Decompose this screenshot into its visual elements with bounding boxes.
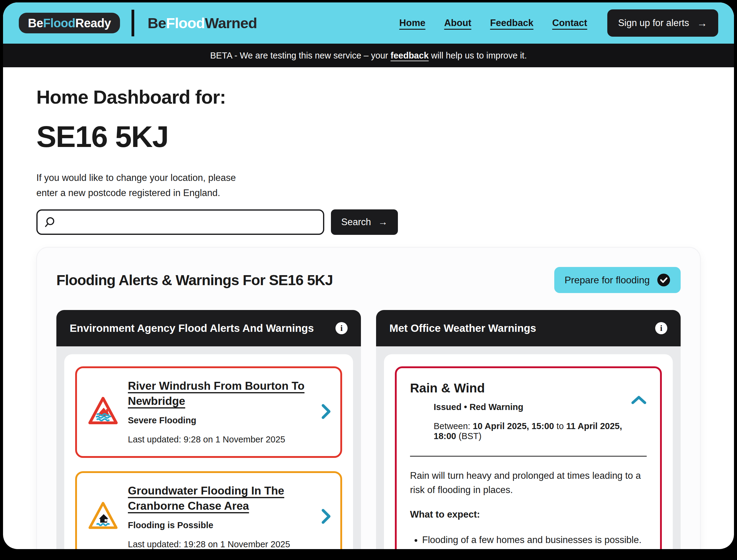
nav-link-home[interactable]: Home: [399, 18, 425, 28]
met-warning-container: Rain & Wind Issued • Red Warning Between…: [384, 354, 673, 549]
flood-alert-icon: [87, 501, 119, 532]
met-panel-header: Met Office Weather Warnings i: [376, 310, 681, 346]
environment-agency-panel: Environment Agency Flood Alerts And Warn…: [56, 310, 361, 549]
section-header: Flooding Alerts & Warnings For SE16 5KJ …: [56, 267, 681, 293]
check-circle-icon: [657, 273, 670, 287]
met-office-panel: Met Office Weather Warnings i Rain & Win…: [376, 310, 681, 549]
alert-title-link[interactable]: Groundwater Flooding In The Cranborne Ch…: [128, 483, 310, 514]
logo-title-warned: Warned: [205, 15, 257, 31]
page-title: Home Dashboard for:: [36, 86, 701, 108]
info-icon[interactable]: i: [335, 322, 348, 334]
logo-badge-be: Be: [28, 16, 43, 30]
met-warning-summary: Rain will turn heavy and prolonged at ti…: [410, 469, 647, 497]
beta-prefix: BETA - We are testing this new service –…: [210, 51, 391, 60]
befloodwarned-logo: BeFloodWarned: [148, 16, 257, 31]
met-warning-card: Rain & Wind Issued • Red Warning Between…: [395, 366, 662, 549]
alert-updated: Last updated: 19:28 on 1 November 2025: [128, 539, 310, 549]
beta-text: BETA - We are testing this new service –…: [210, 51, 527, 61]
alert-updated: Last updated: 9:28 on 1 November 2025: [128, 435, 310, 445]
alert-severity: Severe Flooding: [128, 415, 310, 425]
page: BeFloodReady BeFloodWarned Home About Fe…: [3, 2, 734, 549]
befloodready-logo: BeFloodReady: [19, 13, 120, 33]
beta-suffix: will help us to improve it.: [429, 51, 527, 60]
signup-for-alerts-button[interactable]: Sign up for alerts →: [607, 9, 718, 37]
beta-feedback-link[interactable]: feedback: [391, 51, 429, 60]
met-warning-title: Rain & Wind: [410, 381, 647, 395]
panels-row: Environment Agency Flood Alerts And Warn…: [56, 310, 681, 549]
alert-title-link[interactable]: River Windrush From Bourton To Newbridge: [128, 378, 310, 409]
nav-link-feedback[interactable]: Feedback: [490, 18, 533, 28]
nav-link-contact[interactable]: Contact: [552, 18, 587, 28]
met-panel-title: Met Office Weather Warnings: [389, 322, 536, 334]
divider: [410, 456, 647, 457]
info-icon[interactable]: i: [655, 322, 667, 334]
ea-panel-title: Environment Agency Flood Alerts And Warn…: [70, 322, 314, 334]
postcode-search-input[interactable]: [60, 213, 317, 232]
alert-severity: Flooding is Possible: [128, 520, 310, 530]
logo-badge-flood: Flood: [43, 16, 75, 30]
alert-content: Groundwater Flooding In The Cranborne Ch…: [128, 483, 310, 549]
between-timezone: (BST): [456, 431, 482, 441]
change-location-description: If you would like to change your locatio…: [36, 170, 258, 200]
search-icon: [44, 216, 56, 228]
list-item: Flooding of a few homes and businesses i…: [422, 533, 647, 547]
logo-title-be: Be: [148, 15, 166, 31]
between-from: 10 April 2025, 15:00: [473, 421, 554, 431]
search-button[interactable]: Search →: [331, 209, 398, 235]
beta-banner: BETA - We are testing this new service –…: [3, 44, 734, 67]
chevron-up-icon[interactable]: [630, 395, 647, 405]
prepare-button-label: Prepare for flooding: [565, 275, 650, 286]
met-warning-between: Between: 10 April 2025, 15:00 to 11 Apri…: [434, 421, 647, 441]
logo-title-flood: Flood: [166, 15, 205, 31]
chevron-right-icon: [321, 403, 331, 420]
ea-panel-header: Environment Agency Flood Alerts And Warn…: [56, 310, 361, 346]
flood-alert-card-severe[interactable]: River Windrush From Bourton To Newbridge…: [75, 366, 342, 458]
logo-badge-ready: Ready: [75, 16, 111, 30]
nav-link-about[interactable]: About: [444, 18, 472, 28]
section-title: Flooding Alerts & Warnings For SE16 5KJ: [56, 272, 333, 288]
ea-panel-body: River Windrush From Bourton To Newbridge…: [56, 346, 361, 549]
site-header: BeFloodReady BeFloodWarned Home About Fe…: [3, 2, 734, 44]
prepare-for-flooding-button[interactable]: Prepare for flooding: [554, 267, 681, 293]
postcode-search-row: Search →: [36, 209, 701, 235]
search-button-label: Search: [341, 217, 371, 228]
arrow-right-icon: →: [378, 217, 388, 228]
arrow-right-icon: →: [697, 18, 707, 28]
what-to-expect-heading: What to expect:: [410, 509, 647, 520]
alert-content: River Windrush From Bourton To Newbridge…: [128, 378, 310, 445]
postcode-heading: SE16 5KJ: [36, 119, 701, 154]
logo-divider: [132, 10, 134, 36]
met-warning-meta: Issued • Red Warning Between: 10 April 2…: [434, 402, 647, 441]
met-warning-status: Issued • Red Warning: [434, 402, 647, 412]
between-separator: to: [554, 421, 566, 431]
signup-label: Sign up for alerts: [618, 18, 689, 28]
flooding-alerts-section: Flooding Alerts & Warnings For SE16 5KJ …: [36, 247, 701, 549]
between-label: Between:: [434, 421, 473, 431]
ea-alerts-container: River Windrush From Bourton To Newbridge…: [64, 354, 353, 549]
chevron-right-icon: [321, 508, 331, 525]
what-to-expect-list: Flooding of a few homes and businesses i…: [410, 533, 647, 549]
header-nav: Home About Feedback Contact Sign up for …: [399, 9, 718, 37]
met-panel-body: Rain & Wind Issued • Red Warning Between…: [376, 346, 681, 549]
main-content: Home Dashboard for: SE16 5KJ If you woul…: [3, 67, 734, 549]
flood-alert-card-possible[interactable]: Groundwater Flooding In The Cranborne Ch…: [75, 471, 342, 549]
postcode-search-box: [36, 209, 324, 235]
severe-flood-warning-icon: [87, 396, 119, 427]
